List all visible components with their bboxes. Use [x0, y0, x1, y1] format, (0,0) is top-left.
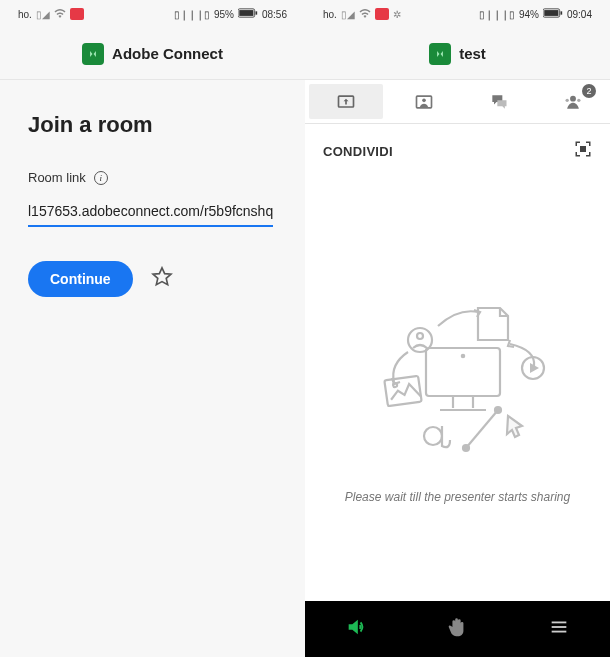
carrier-label: ho. [18, 9, 32, 20]
phone-right: ho. ▯◢ ✲ ▯❘❘❘▯ 94% 09:04 test [305, 0, 610, 657]
favorite-star-icon[interactable] [151, 266, 173, 293]
svg-point-11 [570, 95, 576, 101]
status-left: ho. ▯◢ [18, 8, 84, 20]
battery-icon [238, 8, 258, 20]
room-link-input[interactable] [28, 199, 273, 227]
svg-rect-2 [255, 11, 257, 14]
fullscreen-icon[interactable] [574, 140, 592, 162]
share-illustration-icon [348, 298, 568, 468]
attendee-count-badge: 2 [582, 84, 596, 98]
tab-bar: 2 [305, 80, 610, 124]
raise-hand-icon[interactable] [446, 616, 468, 642]
wifi-icon [359, 8, 371, 20]
tab-attendees[interactable]: 2 [536, 80, 610, 123]
share-section-title: CONDIVIDI [323, 144, 393, 159]
app-header: test [305, 28, 610, 80]
section-header: CONDIVIDI [305, 124, 610, 170]
status-right: ▯❘❘❘▯ 94% 09:04 [479, 8, 592, 20]
speaker-icon[interactable] [345, 616, 367, 642]
room-link-label: Room link [28, 170, 86, 185]
room-title: test [459, 45, 486, 62]
status-bar: ho. ▯◢ ▯❘❘❘▯ 95% 08:56 [0, 0, 305, 28]
battery-pct: 94% [519, 9, 539, 20]
bottom-nav [305, 601, 610, 657]
page-heading: Join a room [28, 112, 277, 138]
continue-button[interactable]: Continue [28, 261, 133, 297]
carrier-label: ho. [323, 9, 337, 20]
svg-point-12 [565, 98, 568, 101]
field-label-row: Room link i [28, 170, 277, 185]
meeting-screen: 2 CONDIVIDI [305, 80, 610, 657]
svg-rect-1 [239, 10, 253, 16]
join-room-screen: Join a room Room link i Continue [0, 80, 305, 657]
share-empty-state: Please wait till the presenter starts sh… [305, 170, 610, 601]
app-header: Adobe Connect [0, 28, 305, 80]
tab-video[interactable] [387, 80, 461, 123]
wifi-icon [54, 8, 66, 20]
signal-icon: ▯◢ [36, 9, 50, 20]
vibrate-icon: ▯❘❘❘▯ [174, 9, 210, 20]
svg-point-19 [461, 354, 463, 356]
tab-share[interactable] [309, 84, 383, 119]
clock: 09:04 [567, 9, 592, 20]
svg-point-21 [417, 333, 423, 339]
info-icon[interactable]: i [94, 171, 108, 185]
status-left: ho. ▯◢ ✲ [323, 8, 401, 20]
adobe-connect-logo-icon [82, 43, 104, 65]
svg-point-13 [577, 98, 580, 101]
svg-rect-14 [580, 146, 586, 152]
svg-rect-3 [87, 48, 99, 60]
svg-rect-5 [544, 10, 558, 16]
svg-line-26 [466, 410, 498, 448]
clock: 08:56 [262, 9, 287, 20]
svg-point-10 [423, 98, 427, 102]
action-row: Continue [28, 261, 277, 297]
svg-point-24 [424, 427, 442, 445]
signal-icon: ▯◢ [341, 9, 355, 20]
notification-badge-icon [375, 8, 389, 20]
battery-icon [543, 8, 563, 20]
wait-message: Please wait till the presenter starts sh… [345, 490, 570, 504]
phone-left: ho. ▯◢ ▯❘❘❘▯ 95% 08:56 Adobe Connect Joi… [0, 0, 305, 657]
menu-icon[interactable] [548, 616, 570, 642]
tab-chat[interactable] [462, 80, 536, 123]
adobe-connect-logo-icon [429, 43, 451, 65]
status-right: ▯❘❘❘▯ 95% 08:56 [174, 8, 287, 20]
settings-icon: ✲ [393, 9, 401, 20]
status-bar: ho. ▯◢ ✲ ▯❘❘❘▯ 94% 09:04 [305, 0, 610, 28]
svg-rect-6 [560, 11, 562, 14]
notification-badge-icon [70, 8, 84, 20]
battery-pct: 95% [214, 9, 234, 20]
svg-point-27 [495, 407, 501, 413]
vibrate-icon: ▯❘❘❘▯ [479, 9, 515, 20]
svg-rect-7 [434, 48, 446, 60]
app-title: Adobe Connect [112, 45, 223, 62]
